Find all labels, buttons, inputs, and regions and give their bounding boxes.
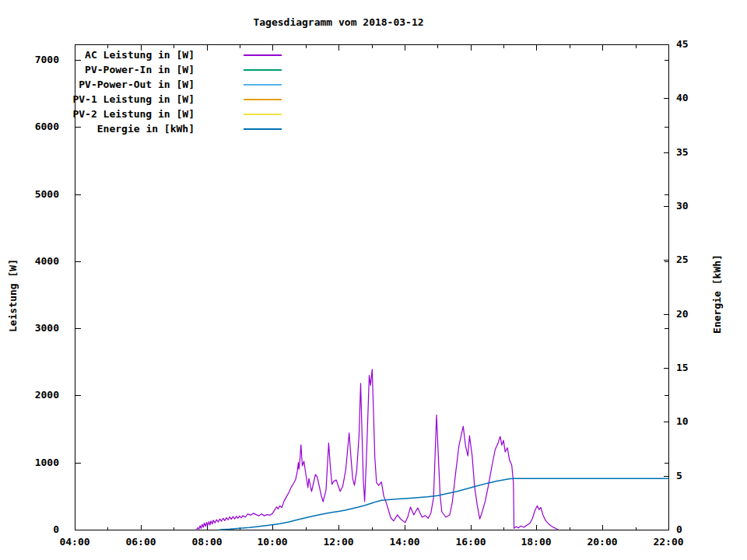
legend-label: AC Leistung in [W] (47, 49, 195, 61)
legend-swatch (244, 114, 282, 115)
x-tick-label: 20:00 (579, 536, 626, 548)
y2-tick-label: 40 (676, 92, 710, 104)
legend-swatch (244, 54, 282, 56)
y1-tick-label: 5000 (20, 188, 59, 201)
y1-tick-label: 2000 (20, 389, 59, 401)
y2-tick-label: 10 (676, 415, 710, 428)
series-line-energie-in-kwh (220, 478, 669, 530)
legend-swatch (244, 99, 282, 100)
y2-tick-label: 0 (676, 523, 710, 536)
x-tick-label: 22:00 (645, 536, 692, 548)
y1-tick-label: 3000 (20, 322, 59, 334)
x-tick-label: 12:00 (315, 536, 362, 548)
legend-label: PV-1 Leistung in [W] (47, 93, 195, 106)
series-line-ac-leistung-in-w (197, 369, 558, 530)
legend-label: PV-2 Leistung in [W] (47, 108, 195, 121)
x-tick-label: 04:00 (51, 536, 98, 548)
y2-tick-label: 25 (676, 254, 710, 266)
y1-tick-label: 1000 (20, 457, 59, 469)
y1-tick-label: 4000 (20, 255, 59, 268)
y2-tick-label: 35 (676, 146, 710, 159)
y2-tick-label: 5 (676, 470, 710, 482)
y2-tick-label: 30 (676, 200, 710, 212)
legend-swatch (244, 128, 282, 130)
legend-label: PV-Power-In in [W] (47, 64, 195, 76)
y2-tick-label: 20 (676, 308, 710, 320)
x-tick-label: 16:00 (447, 536, 494, 548)
legend-label: Energie in [kWh] (47, 123, 195, 135)
x-tick-label: 10:00 (249, 536, 296, 548)
legend-swatch (244, 69, 282, 71)
chart-canvas: Tagesdiagramm vom 2018-03-12 Leistung [W… (0, 0, 747, 560)
legend-label: PV-Power-Out in [W] (47, 79, 195, 91)
x-tick-label: 14:00 (381, 536, 428, 548)
x-tick-label: 08:00 (184, 536, 230, 548)
y1-tick-label: 0 (20, 523, 59, 536)
y2-tick-label: 45 (676, 38, 710, 51)
legend-swatch (244, 84, 282, 86)
y2-tick-label: 15 (676, 362, 710, 374)
x-tick-label: 06:00 (117, 536, 164, 548)
x-tick-label: 18:00 (513, 536, 559, 548)
